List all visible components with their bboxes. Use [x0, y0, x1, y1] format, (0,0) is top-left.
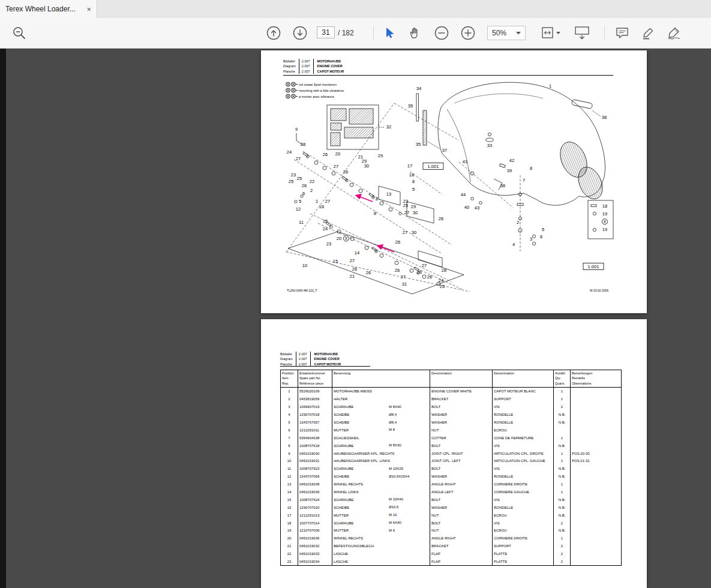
cell-part-no: 1212251011: [298, 426, 332, 434]
part-callout: 10: [302, 263, 307, 268]
cell-name: MUTTERM 10: [332, 511, 430, 519]
part-callout: 26: [323, 152, 328, 157]
part-callout: 19: [602, 211, 607, 217]
cell-remarks: POS.21-31: [571, 457, 622, 465]
marquee-zoom-button[interactable]: [11, 18, 28, 48]
part-callout: 24: [323, 226, 328, 232]
fit-width-icon: [541, 26, 562, 40]
cell-qty: 1: [554, 488, 571, 496]
arrow-down-circle-icon: [292, 25, 308, 41]
cell-qty: N.B.: [554, 511, 571, 519]
cell-remarks: [571, 411, 622, 419]
cell-part-no: 1008707923: [298, 465, 332, 473]
cell-denomination-fr: CAPOT MOTEUR BLANC: [493, 388, 554, 395]
part-callout: 2: [310, 188, 313, 193]
cell-position: 4: [281, 411, 298, 419]
cell-position: 3: [281, 403, 298, 411]
cell-position: 23: [281, 558, 298, 566]
cell-denomination: BOLT: [430, 442, 493, 449]
previous-page-button[interactable]: [266, 18, 281, 48]
plus-circle-icon: [460, 25, 476, 41]
pdf-page-diagram: mit etwas Spiel montieren mounting with …: [261, 50, 647, 313]
part-callout: 30: [412, 230, 416, 235]
part-callout: 25: [403, 203, 408, 208]
parts-row: 75354604338SCHLIESSKEILCOTTERCONE DE FER…: [281, 434, 622, 442]
cell-qty: 1: [554, 434, 571, 442]
cell-name: SCHRAUBEM 10X25: [332, 465, 430, 473]
cell-part-no: 0451019033: [298, 550, 332, 558]
col-header-denomination-fr: Dénomination: [493, 370, 554, 388]
parts-row: 111008707923SCHRAUBEM 10X25BOLTVISN.B.: [281, 465, 622, 473]
document-scroll-area[interactable]: mit etwas Spiel montieren mounting with …: [0, 49, 711, 588]
cell-part-no: 5529020109: [298, 388, 332, 395]
part-callout: 1: [316, 199, 318, 204]
zoom-level-select[interactable]: 50%: [487, 26, 526, 40]
part-callout: 7: [523, 178, 525, 183]
drawing-reference: TL260-0(M)-4M-122_T: [287, 289, 317, 292]
cell-position: 16: [281, 503, 298, 511]
highlighter-icon: [641, 26, 655, 40]
cell-name: HAUBENSCHARNIER KPL. LINKS: [332, 457, 430, 465]
cell-remarks: [571, 542, 622, 550]
parts-row: 140451019039WINKEL LINKSANGLE LEFTCORNIE…: [281, 488, 622, 496]
cell-denomination: BOLT: [430, 519, 493, 527]
part-callout: X: [344, 236, 347, 241]
col-header-denomination: Denomination: [430, 370, 493, 388]
cell-position: 2: [281, 395, 298, 403]
part-callout: 5: [542, 227, 544, 232]
comment-tool-button[interactable]: [614, 18, 630, 48]
part-callout: 26: [427, 274, 432, 280]
select-tool-button[interactable]: [382, 18, 397, 48]
cell-part-no: 1343707057: [298, 419, 332, 427]
cell-name: SCHRAUBEM 6X40: [332, 519, 430, 527]
cell-part-no: 1212251013: [298, 511, 332, 519]
cell-part-no: 0453819059: [298, 395, 332, 403]
part-callout: 28: [301, 142, 305, 147]
cell-denomination-fr: ECROU: [493, 426, 554, 434]
hand-tool-button[interactable]: [407, 18, 423, 48]
part-callout: 33: [487, 143, 492, 148]
zoom-in-button[interactable]: [460, 18, 476, 48]
zoom-out-button[interactable]: [434, 18, 449, 48]
part-callout: 44: [461, 192, 466, 197]
tab-close-icon[interactable]: ×: [86, 5, 91, 13]
part-callout: 17: [407, 163, 412, 169]
part-callout: 6: [302, 191, 305, 196]
part-callout: 11: [299, 220, 304, 225]
part-callout: 25: [289, 179, 293, 184]
cell-part-no: 0451019030: [298, 449, 332, 457]
cell-name: MOTORHAUBE WEISS: [332, 388, 430, 395]
cell-position: 7: [281, 434, 298, 442]
cell-name: SCHRAUBEM 8X40: [332, 403, 430, 411]
cursor-arrow-icon: [383, 26, 396, 40]
part-callout: 1.001: [428, 164, 439, 169]
cell-remarks: [571, 419, 622, 427]
plate-header: Bildtafel Diagram Planche 2.007 2.007 2.…: [280, 352, 341, 367]
plate-header-rule: [283, 75, 613, 76]
cell-qty: N.B.: [554, 419, 571, 427]
cell-remarks: [571, 481, 622, 488]
cell-position: 12: [281, 473, 298, 481]
plate-header: Bildtafel Diagram Planche 2.007 2.007 2.…: [283, 59, 344, 74]
document-tab[interactable]: Terex Wheel Loader... ×: [0, 0, 97, 18]
part-callout: 8: [376, 196, 378, 202]
cell-remarks: [571, 488, 622, 496]
cell-denomination: BOLT: [430, 496, 493, 503]
part-callout: 26: [417, 269, 422, 275]
scroll-mode-button[interactable]: [571, 18, 593, 48]
cell-denomination: BRACKET: [430, 542, 493, 550]
part-callout: 26: [352, 266, 357, 272]
cell-denomination: WASHER: [430, 411, 493, 419]
cell-qty: N.B.: [554, 411, 571, 419]
page-fit-button[interactable]: [540, 18, 563, 48]
page-number-input[interactable]: [317, 26, 335, 38]
part-callout: 14: [355, 250, 359, 256]
cell-denomination: WASHER: [430, 503, 493, 511]
toolbar-divider: [373, 26, 374, 40]
fill-sign-tool-button[interactable]: [666, 18, 683, 48]
cell-qty: 2: [554, 558, 571, 566]
highlight-tool-button[interactable]: [640, 18, 656, 48]
next-page-button[interactable]: [292, 18, 308, 48]
part-callout: 26: [395, 268, 400, 273]
col-header-part-no: Ersatzteilnummer Spare part No. Référenc…: [298, 370, 332, 388]
